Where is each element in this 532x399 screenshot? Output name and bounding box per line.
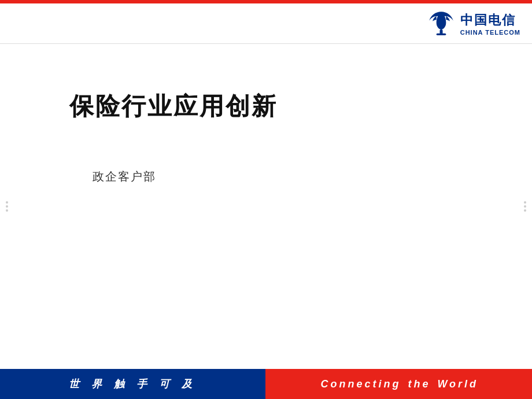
footer-chinese-text: 世 界 触 手 可 及 <box>0 377 265 391</box>
main-content: 保险行业应用创新 政企客户部 <box>0 44 532 369</box>
logo-area: 中国电信 CHINA TELECOM <box>427 9 520 38</box>
footer-english-area: Connecting the World <box>267 369 533 399</box>
slide-container: 中国电信 CHINA TELECOM 保险行业应用创新 政企客户部 世 界 触 … <box>0 0 532 399</box>
footer-connecting: Connecting <box>320 378 401 390</box>
sub-title: 政企客户部 <box>93 169 156 184</box>
dot <box>6 201 8 204</box>
footer: 世 界 触 手 可 及 Connecting the World <box>0 369 532 399</box>
dot <box>6 205 8 208</box>
dot <box>524 209 526 212</box>
dots-right <box>524 201 526 212</box>
dot <box>524 201 526 204</box>
dot <box>524 205 526 208</box>
logo-cn-text: 中国电信 <box>460 12 516 29</box>
telecom-icon <box>427 9 456 38</box>
dots-left <box>6 201 8 212</box>
footer-world: World <box>437 378 478 390</box>
header: 中国电信 CHINA TELECOM <box>0 3 532 44</box>
dot <box>6 209 8 212</box>
main-title: 保险行业应用创新 <box>69 90 278 123</box>
footer-the: the <box>408 378 430 390</box>
logo-text: 中国电信 CHINA TELECOM <box>460 12 520 36</box>
logo-en-text: CHINA TELECOM <box>460 29 520 36</box>
svg-rect-1 <box>436 33 446 35</box>
